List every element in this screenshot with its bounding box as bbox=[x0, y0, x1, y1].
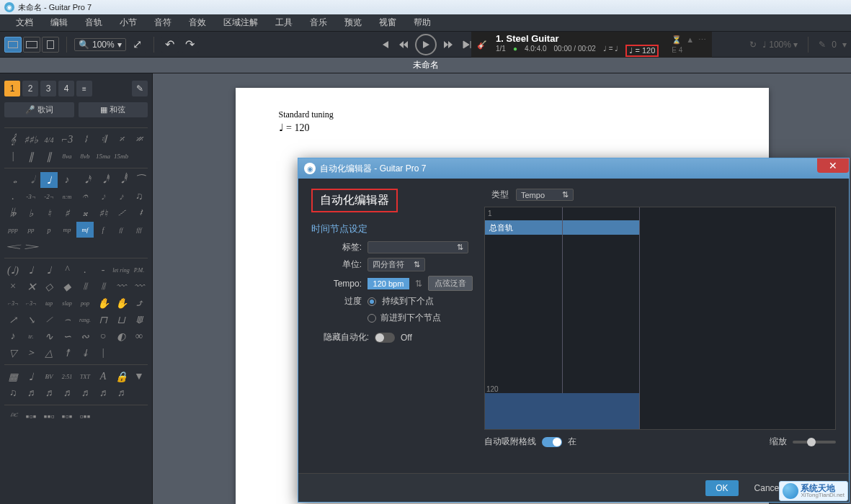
group5-icon[interactable]: ♬ bbox=[94, 385, 112, 401]
8va-icon[interactable]: 8va bbox=[58, 148, 76, 164]
p-icon[interactable]: p bbox=[40, 222, 58, 238]
repeat-mark-icon[interactable]: 𝄊 bbox=[4, 409, 22, 425]
tempo-input[interactable] bbox=[367, 278, 409, 289]
tempo-display[interactable]: ♩ = 120 bbox=[625, 45, 659, 57]
undo-button[interactable]: ↶ bbox=[161, 37, 179, 53]
vibrato-icon[interactable]: 〰 bbox=[112, 279, 130, 294]
menu-effects[interactable]: 音效 bbox=[180, 14, 215, 31]
redo-button[interactable]: ↷ bbox=[182, 37, 199, 53]
natural-icon[interactable]: ♮ bbox=[40, 205, 58, 221]
text-a-icon[interactable]: A bbox=[94, 369, 112, 384]
layout-screen-button[interactable] bbox=[23, 37, 40, 53]
infinity-icon[interactable]: ∞ bbox=[130, 328, 148, 344]
time-sig-icon[interactable]: 4/4 bbox=[40, 132, 58, 148]
x-icon[interactable]: × bbox=[4, 279, 22, 294]
decresc-icon[interactable]: 𝆓 bbox=[22, 238, 40, 254]
32nd-note-icon[interactable]: 𝅘𝅥𝅰 bbox=[94, 172, 112, 188]
transition-advance-radio[interactable] bbox=[367, 314, 376, 323]
tap-icon[interactable]: tap bbox=[40, 295, 58, 311]
hide-automation-toggle[interactable] bbox=[375, 333, 395, 343]
tie-icon[interactable]: ⁀ bbox=[130, 172, 148, 188]
lyrics-button[interactable]: 🎤 歌词 bbox=[4, 102, 74, 117]
down-icon[interactable]: ▽ bbox=[4, 345, 22, 361]
snap-toggle[interactable] bbox=[542, 437, 562, 447]
arp-down-icon[interactable]: ↡ bbox=[76, 345, 94, 361]
bend-icon[interactable]: ⤴ bbox=[130, 295, 148, 311]
unit-select[interactable]: 四分音符⇅ bbox=[367, 258, 425, 271]
menu-window[interactable]: 视窗 bbox=[370, 14, 405, 31]
mordent-icon[interactable]: ∿ bbox=[40, 328, 58, 344]
bar-line-icon[interactable]: | bbox=[94, 345, 112, 361]
mf-icon[interactable]: mf bbox=[76, 222, 94, 238]
db-sharp-icon[interactable]: 𝄪 bbox=[76, 205, 94, 221]
slide-icon[interactable]: ⟋ bbox=[40, 312, 58, 328]
menu-tools[interactable]: 工具 bbox=[267, 14, 301, 31]
hand-icon[interactable]: ✋ bbox=[94, 295, 112, 311]
harmonic-icon[interactable]: ◇ bbox=[40, 279, 58, 294]
tuplet2-icon[interactable]: -2¬ bbox=[40, 189, 58, 204]
document-tab[interactable]: 未命名 bbox=[413, 59, 439, 71]
pm-icon[interactable]: P.M. bbox=[130, 262, 148, 278]
group6-icon[interactable]: ♬ bbox=[112, 385, 130, 401]
design-mode-button[interactable]: ✎ bbox=[132, 81, 148, 96]
transition-sustain-radio[interactable] bbox=[367, 297, 376, 306]
accent-icon[interactable]: ♩ bbox=[40, 262, 58, 278]
slide-down-icon[interactable]: ↘ bbox=[22, 312, 40, 328]
grace-icon[interactable]: 𝆕 bbox=[94, 189, 112, 204]
letring-icon[interactable]: let ring bbox=[112, 262, 130, 278]
invturn-icon[interactable]: ∾ bbox=[76, 328, 94, 344]
quarter-note-icon[interactable]: ♩ bbox=[40, 172, 58, 188]
voice-1-tab[interactable]: 1 bbox=[4, 81, 20, 96]
repeat-sign-icon[interactable]: 𝄇 bbox=[94, 132, 112, 148]
voice-3-tab[interactable]: 3 bbox=[40, 81, 56, 96]
accent2-icon[interactable]: ＞ bbox=[22, 345, 40, 361]
wah2-icon[interactable]: ◐ bbox=[112, 328, 130, 344]
slap-icon[interactable]: slap bbox=[58, 295, 76, 311]
close-button[interactable]: ✕ bbox=[817, 158, 849, 173]
pop-icon[interactable]: pop bbox=[76, 295, 94, 311]
harmonic-button[interactable]: 点弦泛音 bbox=[428, 276, 473, 291]
loop-icon[interactable]: ↻ bbox=[749, 40, 757, 50]
fff-icon[interactable]: fff bbox=[130, 222, 148, 238]
acc2-icon[interactable]: 𝆱 bbox=[112, 205, 130, 221]
harmonic2-icon[interactable]: ◆ bbox=[58, 279, 76, 294]
64th-note-icon[interactable]: 𝅘𝅥𝅱 bbox=[112, 172, 130, 188]
key-sig-icon[interactable]: ♯♯♭ bbox=[22, 132, 40, 148]
hand2-icon[interactable]: ✋ bbox=[112, 295, 130, 311]
free-time-icon[interactable]: 𝄔 bbox=[76, 132, 94, 148]
chord-diagram-icon[interactable]: ▦ bbox=[4, 369, 22, 384]
group1-icon[interactable]: ♬ bbox=[22, 385, 40, 401]
eighth-note-icon[interactable]: ♪ bbox=[58, 172, 76, 188]
menu-bar[interactable]: 小节 bbox=[111, 14, 146, 31]
rasg-icon[interactable]: rasg. bbox=[76, 312, 94, 328]
voice-4-tab[interactable]: 4 bbox=[58, 81, 74, 96]
turn-icon[interactable]: ∽ bbox=[58, 328, 76, 344]
ppp-icon[interactable]: ppp bbox=[4, 222, 22, 238]
rest-icon[interactable]: 𝄽 bbox=[130, 205, 148, 221]
zoom-fit-button[interactable]: ⤢ bbox=[129, 37, 146, 53]
text-icon[interactable]: TXT bbox=[76, 369, 94, 384]
barre-icon[interactable]: 2:51 bbox=[58, 369, 76, 384]
up-icon[interactable]: △ bbox=[40, 345, 58, 361]
tuplet4-icon[interactable]: ⌐3¬ bbox=[22, 295, 40, 311]
menu-preview[interactable]: 预览 bbox=[336, 14, 370, 31]
15ma-icon[interactable]: 15ma bbox=[94, 148, 112, 164]
forward-button[interactable] bbox=[441, 37, 455, 52]
tuner-icon[interactable]: ✎ bbox=[819, 40, 826, 50]
tag-select[interactable]: ⇅ bbox=[367, 241, 468, 253]
15mb-icon[interactable]: 15mb bbox=[112, 148, 130, 164]
more-icon[interactable]: ⋯ bbox=[698, 35, 706, 45]
trem1-icon[interactable]: ⫴ bbox=[76, 279, 94, 294]
legato-icon[interactable]: ⌢ bbox=[58, 312, 76, 328]
menu-note[interactable]: 音符 bbox=[146, 14, 180, 31]
menu-document[interactable]: 文档 bbox=[7, 14, 42, 31]
ok-button[interactable]: OK bbox=[705, 480, 738, 496]
triplet-icon[interactable]: ⌐3 bbox=[58, 132, 76, 148]
big-x-icon[interactable]: ✕ bbox=[22, 279, 40, 294]
half-note-icon[interactable]: 𝅗𝅥 bbox=[22, 172, 40, 188]
sharp-icon[interactable]: ♯ bbox=[58, 205, 76, 221]
bar-icon[interactable]: | bbox=[4, 148, 22, 164]
stroke-down-icon[interactable]: ⊔ bbox=[112, 312, 130, 328]
play-button[interactable] bbox=[415, 34, 437, 55]
sixteenth-note-icon[interactable]: 𝅘𝅥𝅯 bbox=[76, 172, 94, 188]
